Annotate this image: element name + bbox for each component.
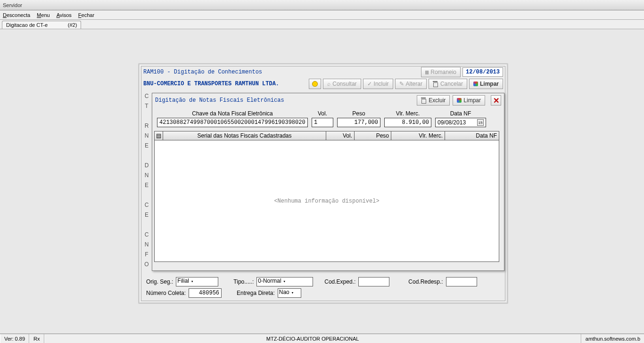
status-version: Ver: 0.89 (0, 334, 29, 343)
input-cod-redesp[interactable] (446, 277, 477, 286)
clear-icon (457, 98, 462, 103)
menubar: Desconecta Menu Avisos Fechar (0, 10, 644, 20)
label-numero-coleta: Número Coleta: (146, 290, 186, 296)
input-chave[interactable] (157, 118, 308, 127)
label-chave: Chave da Nota Fiscal Eletrônica (157, 110, 308, 117)
col-peso[interactable]: Peso (355, 131, 391, 140)
hint-button[interactable] (309, 79, 321, 89)
close-button[interactable]: ✕ (491, 95, 501, 106)
label-cod-redesp: Cod.Redesp.: (408, 278, 443, 285)
excluir-button[interactable]: Excluir (417, 95, 450, 106)
menu-desconecta[interactable]: Desconecta (3, 12, 30, 18)
bulb-icon (312, 81, 318, 87)
incluir-button[interactable]: ✓Incluir (363, 79, 393, 89)
romaneio-button[interactable]: ▦ Romaneio (421, 67, 461, 77)
check-icon: ✓ (367, 81, 372, 87)
label-entrega-direta: Entrega Direta: (237, 290, 275, 296)
clear-icon (473, 82, 478, 86)
label-vol: Vol. (312, 110, 333, 117)
grid-selector-header[interactable]: ▤ (155, 131, 163, 140)
input-numero-coleta[interactable] (189, 288, 222, 298)
calendar-icon[interactable]: 15 (477, 119, 484, 126)
col-data[interactable]: Data NF (445, 131, 499, 140)
input-vlr[interactable] (384, 118, 431, 127)
menu-menu[interactable]: Menu (37, 12, 50, 18)
limpar-button[interactable]: Limpar (469, 79, 503, 89)
modal-limpar-button[interactable]: Limpar (453, 95, 485, 106)
alterar-button[interactable]: ✎Alterar (395, 79, 427, 89)
status-rx: Rx (29, 334, 44, 343)
label-vlr: Vlr. Merc. (384, 110, 431, 117)
input-cod-exped[interactable] (358, 277, 389, 286)
cancelar-button[interactable]: Cancelar (429, 79, 467, 89)
input-data[interactable]: 09/08/2013 15 (435, 118, 486, 127)
window-titlebar: Servidor (0, 0, 644, 10)
input-vol[interactable] (312, 118, 333, 127)
header-date: 12/08/2013 (462, 67, 503, 77)
edit-icon: ✎ (399, 81, 404, 87)
select-orig-seg[interactable]: Filial (176, 277, 218, 286)
tabbar: Digitacao de CT-e (#2) (0, 20, 644, 29)
label-orig-seg: Orig. Seg.: (146, 278, 173, 285)
grid-empty-msg: <Nenhuma informação disponível> (155, 140, 499, 261)
select-tipo[interactable]: 0-Normal (256, 277, 313, 286)
program-title: RAM100 - Digitação de Conhecimentos (143, 69, 262, 75)
status-url: amthun.softnews.com.b (581, 334, 644, 343)
col-serial[interactable]: Serial das Notas Fiscais Cadastradas (163, 131, 326, 140)
status-user: MTZ-DÉCIO-AUDITOR OPERACIONAL (44, 334, 581, 343)
side-letters: CT RNE DNE CE CNFO (143, 93, 150, 269)
label-peso: Peso (337, 110, 380, 117)
company-label: BNU-COMERCIO E TRANSPORTES RAMTHUN LTDA. (143, 81, 279, 87)
nf-grid: ▤ Serial das Notas Fiscais Cadastradas V… (154, 131, 499, 262)
window-title: Servidor (3, 2, 22, 8)
nf-modal: Digitação de Notas Fiscais Eletrônicas E… (152, 93, 504, 271)
workspace: RAM100 - Digitação de Conhecimentos ▦ Ro… (0, 29, 644, 334)
main-panel: RAM100 - Digitação de Conhecimentos ▦ Ro… (138, 63, 508, 304)
select-entrega-direta[interactable]: Nao (278, 288, 301, 298)
modal-title: Digitação de Notas Fiscais Eletrônicas (155, 97, 284, 104)
label-data: Data NF (435, 110, 486, 117)
statusbar: Ver: 0.89 Rx MTZ-DÉCIO-AUDITOR OPERACION… (0, 334, 644, 343)
search-icon: ⌕ (327, 81, 330, 87)
trash-icon (433, 81, 438, 87)
close-icon: ✕ (493, 96, 499, 105)
col-vlr[interactable]: Vlr. Merc. (391, 131, 445, 140)
menu-avisos[interactable]: Avisos (57, 12, 72, 18)
label-tipo: Tipo.....: (233, 278, 254, 285)
label-cod-exped: Cod.Exped.: (324, 278, 355, 285)
trash-icon (421, 98, 427, 103)
tab-digitacao-cte[interactable]: Digitacao de CT-e (#2) (2, 21, 81, 29)
col-vol[interactable]: Vol. (326, 131, 355, 140)
consultar-button[interactable]: ⌕Consultar (323, 79, 361, 89)
input-peso[interactable] (337, 118, 380, 127)
menu-fechar[interactable]: Fechar (78, 12, 94, 18)
